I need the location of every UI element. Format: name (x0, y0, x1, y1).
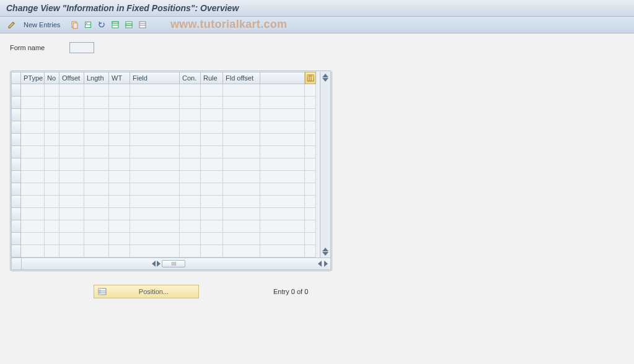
cell-lngth[interactable] (84, 171, 109, 183)
cell-ptype[interactable] (21, 158, 45, 171)
cell-offset[interactable] (59, 220, 84, 233)
select-block-icon[interactable] (123, 19, 134, 30)
cell-con[interactable] (180, 233, 201, 245)
scroll-up-end-icon[interactable] (322, 248, 328, 251)
form-name-input[interactable] (69, 42, 94, 53)
column-header-ptype[interactable]: PType (21, 72, 45, 84)
select-all-icon[interactable] (110, 19, 121, 30)
cell-field[interactable] (130, 183, 180, 196)
cell-field[interactable] (130, 245, 180, 258)
cell-lngth[interactable] (84, 109, 109, 121)
cell-rule[interactable] (201, 245, 223, 258)
cell-lngth[interactable] (84, 183, 109, 196)
row-selector[interactable] (11, 97, 21, 109)
cell-con[interactable] (180, 146, 201, 158)
cell-offset[interactable] (59, 196, 84, 208)
cell-offset[interactable] (59, 158, 84, 171)
cell-wt[interactable] (109, 109, 130, 121)
hscroll-thumb[interactable] (162, 260, 185, 267)
row-selector[interactable] (11, 84, 21, 97)
cell-offset[interactable] (59, 97, 84, 109)
cell-lngth[interactable] (84, 84, 109, 97)
cell-rule[interactable] (201, 146, 223, 158)
scroll-up-icon[interactable] (322, 74, 328, 77)
row-selector[interactable] (11, 158, 21, 171)
cell-no[interactable] (45, 158, 59, 171)
cell-lngth[interactable] (84, 245, 109, 258)
cell-con[interactable] (180, 183, 201, 196)
scroll-right-icon[interactable] (157, 261, 161, 267)
cell-fldoff[interactable] (223, 233, 260, 245)
cell-wt[interactable] (109, 158, 130, 171)
cell-no[interactable] (45, 121, 59, 134)
cell-wt[interactable] (109, 134, 130, 146)
column-header-rule[interactable]: Rule (201, 72, 223, 84)
cell-field[interactable] (130, 196, 180, 208)
column-header-fldoff[interactable]: Fld offset (223, 72, 260, 84)
cell-fldoff[interactable] (223, 84, 260, 97)
cell-rule[interactable] (201, 158, 223, 171)
row-selector[interactable] (11, 121, 21, 134)
cell-no[interactable] (45, 183, 59, 196)
cell-wt[interactable] (109, 245, 130, 258)
cell-fldoff[interactable] (223, 245, 260, 258)
cell-rule[interactable] (201, 134, 223, 146)
cell-wt[interactable] (109, 146, 130, 158)
copy-as-icon[interactable] (69, 19, 80, 30)
cell-con[interactable] (180, 171, 201, 183)
delete-icon[interactable] (82, 19, 94, 30)
cell-field[interactable] (130, 158, 180, 171)
cell-wt[interactable] (109, 171, 130, 183)
row-selector[interactable] (11, 208, 21, 220)
cell-wt[interactable] (109, 97, 130, 109)
scroll-right-end-icon[interactable] (324, 261, 328, 267)
horizontal-scrollbar[interactable] (11, 258, 331, 270)
cell-fldoff[interactable] (223, 97, 260, 109)
cell-con[interactable] (180, 245, 201, 258)
cell-fldoff[interactable] (223, 183, 260, 196)
cell-fldoff[interactable] (223, 146, 260, 158)
cell-field[interactable] (130, 121, 180, 134)
row-selector[interactable] (11, 220, 21, 233)
cell-field[interactable] (130, 171, 180, 183)
column-header-no[interactable]: No (45, 72, 59, 84)
cell-field[interactable] (130, 220, 180, 233)
cell-lngth[interactable] (84, 146, 109, 158)
cell-offset[interactable] (59, 208, 84, 220)
cell-wt[interactable] (109, 220, 130, 233)
cell-ptype[interactable] (21, 183, 45, 196)
cell-ptype[interactable] (21, 134, 45, 146)
cell-offset[interactable] (59, 171, 84, 183)
cell-fldoff[interactable] (223, 121, 260, 134)
cell-rule[interactable] (201, 121, 223, 134)
cell-offset[interactable] (59, 245, 84, 258)
cell-lngth[interactable] (84, 220, 109, 233)
cell-no[interactable] (45, 97, 59, 109)
cell-fldoff[interactable] (223, 196, 260, 208)
cell-offset[interactable] (59, 146, 84, 158)
cell-field[interactable] (130, 109, 180, 121)
scroll-down-end-icon[interactable] (322, 252, 328, 256)
undo-change-icon[interactable] (96, 19, 107, 30)
cell-con[interactable] (180, 109, 201, 121)
cell-ptype[interactable] (21, 171, 45, 183)
cell-ptype[interactable] (21, 233, 45, 245)
cell-offset[interactable] (59, 109, 84, 121)
row-selector-header[interactable] (11, 72, 21, 84)
cell-con[interactable] (180, 208, 201, 220)
cell-rule[interactable] (201, 171, 223, 183)
cell-no[interactable] (45, 109, 59, 121)
cell-rule[interactable] (201, 220, 223, 233)
row-selector[interactable] (11, 196, 21, 208)
scroll-down-icon[interactable] (322, 78, 328, 82)
cell-wt[interactable] (109, 233, 130, 245)
cell-lngth[interactable] (84, 97, 109, 109)
cell-con[interactable] (180, 84, 201, 97)
cell-fldoff[interactable] (223, 109, 260, 121)
cell-rule[interactable] (201, 196, 223, 208)
cell-wt[interactable] (109, 84, 130, 97)
cell-field[interactable] (130, 233, 180, 245)
column-header-offset[interactable]: Offset (59, 72, 84, 84)
cell-field[interactable] (130, 97, 180, 109)
row-selector[interactable] (11, 146, 21, 158)
